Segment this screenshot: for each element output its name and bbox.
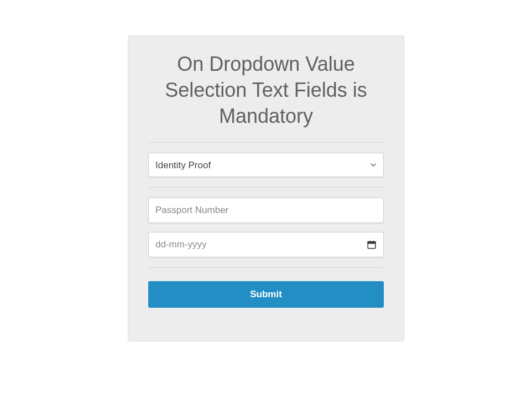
date-placeholder-text: dd-mm-yyyy xyxy=(155,239,207,250)
passport-date-group: dd-mm-yyyy xyxy=(148,188,384,268)
form-title: On Dropdown Value Selection Text Fields … xyxy=(148,51,384,129)
calendar-icon xyxy=(367,240,377,250)
identity-proof-select[interactable]: Identity Proof xyxy=(148,153,384,177)
passport-number-input[interactable] xyxy=(148,198,384,223)
date-input[interactable]: dd-mm-yyyy xyxy=(148,232,384,257)
identity-proof-group: Identity Proof xyxy=(148,143,384,188)
submit-section: Submit xyxy=(148,268,384,308)
form-card: On Dropdown Value Selection Text Fields … xyxy=(128,35,404,341)
svg-rect-1 xyxy=(368,242,375,244)
submit-button[interactable]: Submit xyxy=(148,281,384,308)
